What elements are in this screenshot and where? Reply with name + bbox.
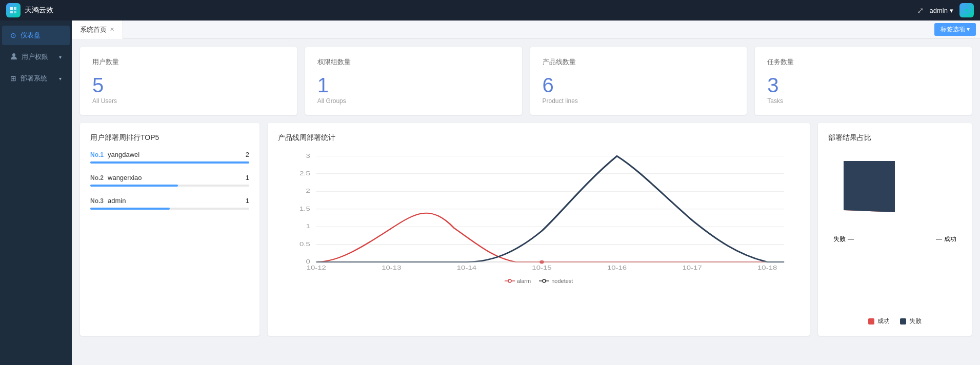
ranking-list: No.1 yangdawei 2 No.2 wangerxiao 1 No.3 … bbox=[90, 151, 249, 210]
svg-text:10-12: 10-12 bbox=[307, 265, 326, 271]
stat-users-number: 5 bbox=[92, 75, 285, 95]
sidebar-item-permissions-label: 用户权限 bbox=[22, 52, 48, 62]
user-menu[interactable]: admin ▾ bbox=[930, 7, 953, 14]
svg-marker-5 bbox=[965, 9, 968, 12]
stat-card-products: 产品线数量 6 Product lines bbox=[530, 47, 747, 115]
chevron-down-icon-2: ▾ bbox=[59, 76, 62, 82]
legend-alarm: alarm bbox=[505, 278, 531, 284]
pie-labels: 失败 — — 成功 bbox=[828, 194, 962, 276]
stat-users-title: 用户数量 bbox=[92, 57, 285, 67]
stat-products-sub: Product lines bbox=[543, 97, 735, 105]
svg-text:2: 2 bbox=[306, 188, 310, 194]
line-chart-svg: 3 2.5 2 1.5 1 0.5 0 10-12 10-13 10-14 10… bbox=[278, 151, 799, 274]
expand-icon[interactable]: ⤢ bbox=[917, 6, 924, 15]
sidebar: ⊙ 仪表盘 用户权限 ▾ ⊞ 部署系统 ▾ bbox=[0, 21, 72, 365]
line-chart-title: 产品线周部署统计 bbox=[278, 133, 799, 143]
sidebar-item-deploy-label: 部署系统 bbox=[21, 74, 47, 83]
ranking-item: No.2 wangerxiao 1 bbox=[90, 174, 249, 187]
ranking-item: No.3 admin 1 bbox=[90, 197, 249, 210]
legend-success-item: 成功 bbox=[868, 317, 890, 326]
svg-rect-3 bbox=[14, 11, 16, 13]
rank-number: No.1 bbox=[90, 151, 104, 158]
rank-number: No.3 bbox=[90, 197, 104, 205]
topbar-left: 天鸿云效 bbox=[6, 3, 53, 17]
content-area: 系统首页 ✕ 标签选项 ▾ 用户数量 5 All Users 权限组数量 1 bbox=[72, 21, 980, 365]
app-title: 天鸿云效 bbox=[25, 6, 53, 15]
rank-bar bbox=[90, 208, 170, 210]
svg-point-6 bbox=[12, 53, 15, 56]
topbar-brand-icon bbox=[959, 3, 974, 17]
fail-text: 失败 bbox=[833, 235, 846, 244]
svg-text:10-18: 10-18 bbox=[757, 265, 777, 271]
rank-bar bbox=[90, 185, 178, 187]
chart-legend: alarm nodetest bbox=[278, 278, 799, 284]
pie-legend: 成功 失败 bbox=[868, 317, 922, 326]
dashboard-icon: ⊙ bbox=[10, 31, 16, 39]
success-label-pointer: — 成功 bbox=[936, 235, 956, 244]
charts-row: 用户部署周排行TOP5 No.1 yangdawei 2 No.2 wanger… bbox=[80, 123, 972, 336]
stat-card-groups: 权限组数量 1 All Groups bbox=[305, 47, 522, 115]
dashboard: 用户数量 5 All Users 权限组数量 1 All Groups 产品线数… bbox=[72, 39, 980, 365]
rank-name: admin bbox=[108, 197, 246, 205]
ranking-title: 用户部署周排行TOP5 bbox=[90, 133, 249, 143]
tab-home-label: 系统首页 bbox=[80, 25, 107, 34]
permissions-icon bbox=[10, 53, 17, 62]
success-text: 成功 bbox=[944, 235, 956, 244]
deploy-icon: ⊞ bbox=[10, 74, 16, 83]
stat-groups-sub: All Groups bbox=[317, 97, 510, 105]
svg-rect-1 bbox=[14, 7, 16, 10]
fail-dot bbox=[900, 318, 906, 325]
username-label: admin bbox=[930, 7, 948, 14]
line-chart-card: 产品线周部署统计 3 2 bbox=[268, 123, 810, 336]
fail-label-pointer: 失败 — bbox=[833, 235, 854, 244]
svg-text:1.5: 1.5 bbox=[299, 206, 310, 212]
stat-tasks-sub: Tasks bbox=[767, 97, 959, 105]
svg-text:10-15: 10-15 bbox=[532, 265, 551, 271]
rank-bar-bg bbox=[90, 161, 249, 164]
topbar-right: ⤢ admin ▾ bbox=[917, 3, 974, 17]
customize-button[interactable]: 标签选项 ▾ bbox=[934, 23, 976, 36]
rank-count: 2 bbox=[246, 151, 249, 158]
svg-text:1: 1 bbox=[306, 224, 310, 230]
sidebar-item-dashboard[interactable]: ⊙ 仪表盘 bbox=[2, 26, 70, 45]
svg-text:10-14: 10-14 bbox=[457, 265, 476, 271]
main-layout: ⊙ 仪表盘 用户权限 ▾ ⊞ 部署系统 ▾ 系统首页 ✕ bbox=[0, 21, 980, 365]
pie-chart-title: 部署结果占比 bbox=[828, 133, 871, 143]
rank-bar-bg bbox=[90, 185, 249, 187]
svg-text:10-13: 10-13 bbox=[382, 265, 401, 271]
ranking-item: No.1 yangdawei 2 bbox=[90, 151, 249, 164]
legend-fail-item: 失败 bbox=[900, 317, 922, 326]
stat-products-title: 产品线数量 bbox=[543, 57, 735, 67]
tab-close-icon[interactable]: ✕ bbox=[110, 26, 114, 33]
stat-card-users: 用户数量 5 All Users bbox=[80, 47, 297, 115]
topbar: 天鸿云效 ⤢ admin ▾ bbox=[0, 0, 980, 21]
rank-number: No.2 bbox=[90, 174, 104, 181]
legend-nodetest-label: nodetest bbox=[551, 278, 573, 284]
legend-nodetest: nodetest bbox=[539, 278, 573, 284]
svg-text:10-17: 10-17 bbox=[683, 265, 702, 271]
rank-count: 1 bbox=[246, 174, 249, 181]
rank-name: wangerxiao bbox=[108, 174, 246, 181]
rank-count: 1 bbox=[246, 197, 249, 205]
line-chart-container: 3 2.5 2 1.5 1 0.5 0 10-12 10-13 10-14 10… bbox=[278, 151, 799, 274]
app-logo-icon bbox=[6, 3, 21, 17]
sidebar-item-deploy[interactable]: ⊞ 部署系统 ▾ bbox=[2, 69, 70, 88]
stat-tasks-title: 任务数量 bbox=[767, 57, 959, 67]
svg-text:2.5: 2.5 bbox=[299, 170, 310, 176]
legend-alarm-label: alarm bbox=[517, 278, 531, 284]
success-dot bbox=[868, 318, 874, 325]
svg-rect-2 bbox=[10, 11, 13, 13]
sidebar-item-dashboard-label: 仪表盘 bbox=[21, 31, 41, 40]
stat-users-sub: All Users bbox=[92, 97, 285, 105]
stat-tasks-number: 3 bbox=[767, 75, 959, 95]
svg-text:0: 0 bbox=[306, 258, 310, 265]
tab-home[interactable]: 系统首页 ✕ bbox=[72, 21, 123, 39]
svg-rect-0 bbox=[10, 7, 13, 10]
sidebar-item-permissions[interactable]: 用户权限 ▾ bbox=[2, 47, 70, 67]
rank-name: yangdawei bbox=[108, 151, 246, 158]
rank-bar-bg bbox=[90, 208, 249, 210]
stat-groups-title: 权限组数量 bbox=[317, 57, 510, 67]
stat-card-tasks: 任务数量 3 Tasks bbox=[755, 47, 972, 115]
svg-text:3: 3 bbox=[306, 153, 310, 159]
customize-btn-label: 标签选项 ▾ bbox=[941, 25, 970, 34]
